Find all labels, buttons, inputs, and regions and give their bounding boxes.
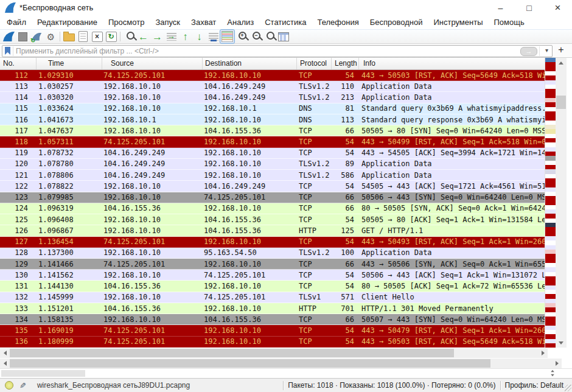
horizontal-scrollbar-secondary[interactable] bbox=[0, 359, 562, 368]
menu-item-edit[interactable]: Редактирование bbox=[32, 16, 103, 29]
packet-row[interactable]: 1331.151201104.16.155.36192.168.10.10HTT… bbox=[0, 303, 546, 314]
cell-time: 1.141466 bbox=[37, 260, 102, 268]
column-header-src[interactable]: Source bbox=[102, 58, 203, 69]
cell-len: 571 bbox=[332, 293, 359, 301]
packet-row[interactable]: 1201.078780104.16.249.249192.168.10.10TL… bbox=[0, 159, 546, 170]
window-title: *Беспроводная сеть bbox=[19, 3, 93, 12]
scroll-right-arrow[interactable] bbox=[552, 359, 562, 368]
pane-spin-control[interactable] bbox=[550, 369, 555, 377]
menu-item-go[interactable]: Запуск bbox=[150, 16, 186, 29]
restart-capture-icon[interactable] bbox=[30, 30, 44, 43]
packet-row[interactable]: 1231.079985192.168.10.1074.125.205.101TC… bbox=[0, 192, 546, 203]
filter-bookmark-icon[interactable] bbox=[5, 47, 10, 55]
scroll-left-arrow[interactable] bbox=[0, 348, 10, 358]
apply-filter-button[interactable]: → bbox=[520, 47, 537, 56]
menu-item-file[interactable]: Файл bbox=[1, 16, 32, 29]
cell-src: 104.16.249.249 bbox=[102, 159, 203, 168]
column-header-proto[interactable]: Protocol bbox=[297, 58, 332, 69]
menu-item-analyze[interactable]: Анализ bbox=[221, 16, 259, 29]
minimize-button[interactable]: – bbox=[486, 0, 515, 16]
menu-item-help[interactable]: Помощь bbox=[489, 16, 530, 29]
packet-row[interactable]: 1291.14146674.125.205.101192.168.10.10TC… bbox=[0, 259, 546, 270]
open-file-icon[interactable] bbox=[62, 30, 76, 43]
zoom-out-icon[interactable]: − bbox=[248, 30, 262, 43]
scroll-right-arrow[interactable] bbox=[538, 348, 548, 358]
scroll-left-arrow[interactable] bbox=[0, 359, 10, 368]
column-header-len[interactable]: Length bbox=[332, 58, 359, 69]
packet-row[interactable]: 1131.030257192.168.10.10104.16.249.249TL… bbox=[0, 81, 546, 92]
colorize-packets-icon[interactable] bbox=[220, 30, 234, 43]
maximize-button[interactable]: □ bbox=[515, 0, 543, 16]
packet-row[interactable]: 1251.096408192.168.10.10104.16.155.36TCP… bbox=[0, 214, 546, 225]
filter-dropdown-caret-icon[interactable]: ▾ bbox=[545, 47, 548, 54]
packet-row[interactable]: 1301.141562192.168.10.1074.125.205.101TC… bbox=[0, 270, 546, 281]
vertical-scrollbar-thumb[interactable] bbox=[556, 96, 566, 109]
packet-row[interactable]: 1121.02931074.125.205.101192.168.10.10TC… bbox=[0, 70, 546, 81]
column-header-dst[interactable]: Destination bbox=[203, 58, 297, 69]
save-file-icon[interactable] bbox=[76, 30, 90, 43]
go-back-icon[interactable]: ← bbox=[136, 30, 150, 43]
go-to-packet-icon[interactable] bbox=[164, 30, 178, 43]
start-capture-icon[interactable] bbox=[2, 30, 16, 43]
cell-time: 1.096319 bbox=[37, 204, 102, 212]
zoom-in-icon[interactable]: + bbox=[234, 30, 248, 43]
close-button[interactable]: × bbox=[543, 0, 572, 16]
menu-item-telephony[interactable]: Телефония bbox=[312, 16, 364, 29]
packet-row[interactable]: 1221.078822192.168.10.10104.16.249.249TC… bbox=[0, 181, 546, 192]
column-header-no[interactable]: No. bbox=[0, 58, 37, 69]
zoom-reset-icon[interactable] bbox=[262, 30, 276, 43]
display-filter-input[interactable]: Применить дисплейный фильтр ... <Ctrl-/>… bbox=[2, 45, 553, 57]
go-last-packet-icon[interactable]: ↓ bbox=[192, 30, 206, 43]
horizontal-scrollbar-thumb[interactable] bbox=[10, 359, 490, 368]
packet-row[interactable]: 1161.041673192.168.10.1192.168.10.10DNS1… bbox=[0, 114, 546, 125]
packet-row[interactable]: 1321.145999192.168.10.1074.125.205.101TL… bbox=[0, 292, 546, 303]
packet-row[interactable]: 1361.18099974.125.205.101192.168.10.10TC… bbox=[0, 337, 546, 348]
packet-row[interactable]: 1351.16901974.125.205.101192.168.10.10TC… bbox=[0, 325, 546, 336]
add-filter-button[interactable]: + bbox=[556, 44, 567, 55]
wireshark-logo-icon bbox=[5, 2, 16, 13]
packet-row[interactable]: 1261.096867192.168.10.10104.16.155.36HTT… bbox=[0, 225, 546, 236]
packet-row[interactable]: 1211.078806104.16.249.249192.168.10.10TL… bbox=[0, 170, 546, 181]
packet-row[interactable]: 1141.030320192.168.10.10104.16.249.249TL… bbox=[0, 92, 546, 103]
horizontal-scrollbar-packet-list[interactable] bbox=[0, 348, 548, 358]
auto-scroll-icon[interactable] bbox=[206, 30, 220, 43]
menu-item-statistics[interactable]: Статистика bbox=[259, 16, 312, 29]
stop-capture-icon[interactable] bbox=[16, 30, 30, 43]
minimap-bar bbox=[545, 75, 556, 80]
vertical-scrollbar[interactable] bbox=[556, 58, 567, 348]
packet-row[interactable]: 1151.033624192.168.10.10192.168.10.1DNS8… bbox=[0, 103, 546, 114]
profile-label[interactable]: Профиль: Default bbox=[505, 381, 564, 390]
find-packet-icon[interactable] bbox=[122, 30, 136, 43]
packet-row[interactable]: 1311.144130104.16.155.36192.168.10.10TCP… bbox=[0, 281, 546, 292]
scroll-up-arrow[interactable] bbox=[556, 58, 567, 68]
menu-item-view[interactable]: Просмотр bbox=[103, 16, 150, 29]
packet-row[interactable]: 1171.047637192.168.10.10104.16.155.36TCP… bbox=[0, 125, 546, 136]
go-forward-icon[interactable]: → bbox=[150, 30, 164, 43]
cell-info: GET / HTTP/1.1 bbox=[359, 226, 545, 235]
packet-row[interactable]: 1341.158135192.168.10.10104.16.155.36TCP… bbox=[0, 314, 546, 325]
capture-comment-icon[interactable]: ✎ bbox=[19, 381, 26, 390]
menu-item-wireless[interactable]: Беспроводной bbox=[364, 16, 428, 29]
minimap-bar bbox=[545, 209, 556, 214]
capture-filename[interactable]: wireshark_Беспроводная сетьJ89DU1.pcapng bbox=[37, 381, 190, 390]
packet-row[interactable]: 1281.137300192.168.10.1095.163.54.50TLSv… bbox=[0, 248, 546, 259]
menu-item-tools[interactable]: Инструменты bbox=[428, 16, 488, 29]
packet-row[interactable]: 1271.13645474.125.205.101192.168.10.10TC… bbox=[0, 237, 546, 248]
packet-row[interactable]: 1191.078732104.16.249.249192.168.10.10TC… bbox=[0, 148, 546, 159]
packet-minimap[interactable] bbox=[545, 58, 556, 348]
expert-info-icon[interactable] bbox=[5, 381, 13, 390]
scroll-down-arrow[interactable] bbox=[556, 338, 567, 348]
resize-grip[interactable] bbox=[565, 385, 571, 391]
horizontal-scrollbar-thumb[interactable] bbox=[10, 349, 454, 357]
capture-options-icon[interactable]: ⚙ bbox=[44, 30, 58, 43]
minimap-bar bbox=[545, 138, 556, 142]
go-first-packet-icon[interactable]: ↑ bbox=[178, 30, 192, 43]
close-file-icon[interactable]: × bbox=[90, 30, 104, 43]
reload-file-icon[interactable]: ↻ bbox=[104, 30, 118, 43]
column-header-info[interactable]: Info bbox=[359, 58, 546, 69]
column-header-time[interactable]: Time bbox=[37, 58, 102, 69]
resize-columns-icon[interactable] bbox=[276, 30, 290, 43]
packet-row[interactable]: 1241.096319104.16.155.36192.168.10.10TCP… bbox=[0, 203, 546, 214]
packet-row[interactable]: 1181.05731174.125.205.101192.168.10.10TC… bbox=[0, 136, 546, 147]
menu-item-capture[interactable]: Захват bbox=[186, 16, 221, 29]
